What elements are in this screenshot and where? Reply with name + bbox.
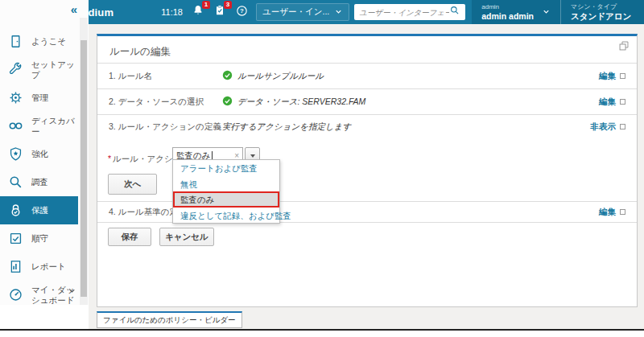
window-bottom-edge <box>0 329 644 331</box>
sidebar-item-label: ようこそ <box>31 36 78 47</box>
door-icon <box>8 34 23 49</box>
step-status-text: 実行するアクションを指定します <box>222 121 351 133</box>
check-circle-icon <box>222 70 233 82</box>
tasks-badge: 3 <box>224 1 232 9</box>
checkbox-icon <box>8 231 23 246</box>
sidebar-item-my-dashboards[interactable]: マイ・ダッシュボード <box>0 281 78 309</box>
sidebar-item-label: 順守 <box>31 233 78 244</box>
machine-type-value: スタンドアロン <box>571 11 631 21</box>
step-status: ルールサンプルルール <box>222 70 324 82</box>
edit-rule-criteria-link[interactable]: 編集 <box>599 207 625 218</box>
step-label: 1. ルール名 <box>109 71 222 82</box>
sidebar-item-label: 調査 <box>31 177 78 187</box>
svg-text:?: ? <box>240 7 244 14</box>
sidebar-item-label: ディスカバー <box>31 116 78 136</box>
hide-rule-action-link[interactable]: 非表示 <box>591 121 626 133</box>
step-label: 3. ルール・アクションの定義 <box>109 121 222 133</box>
sidebar-item-setup[interactable]: セットアップ <box>0 55 78 84</box>
popout-window-icon[interactable] <box>618 40 630 51</box>
ui-search-box <box>354 4 465 20</box>
sidebar-item-manage[interactable]: 管理 <box>0 84 78 112</box>
sidebar-item-harden[interactable]: 強化 <box>0 140 78 168</box>
sidebar-item-label: セットアップ <box>31 60 78 80</box>
chevron-down-icon <box>334 7 343 18</box>
dropdown-option-ignore[interactable]: 無視 <box>173 176 279 192</box>
panel-title: ルールの編集 <box>109 45 171 59</box>
step-status: データ・ソース: SERVER32.FAM <box>222 96 365 108</box>
save-button[interactable]: 保存 <box>108 228 151 246</box>
step-status: 実行するアクションを指定します <box>222 121 351 133</box>
edit-data-source-link[interactable]: 編集 <box>599 97 625 108</box>
sidebar-item-welcome[interactable]: ようこそ <box>0 27 78 55</box>
chevron-down-icon <box>542 5 551 19</box>
section-toggle-icon <box>620 124 625 129</box>
rule-action-dropdown-list: アラートおよび監査 無視 監査のみ 違反として記録、および監査 <box>172 159 280 224</box>
section-toggle-icon <box>620 99 625 105</box>
notifications-button[interactable]: 1 <box>192 4 204 20</box>
sidebar-scroll-down-chevron[interactable] <box>68 286 76 295</box>
rule-action-row: 3. ルール・アクションの定義 実行するアクションを指定します 非表示 <box>97 114 637 138</box>
step-status-text: ルールサンプルルール <box>237 71 324 82</box>
report-icon <box>8 259 23 274</box>
check-circle-icon <box>222 96 233 108</box>
content-area: ルールの編集 1. ルール名 ルールサンプルルール 編集 <box>89 24 644 329</box>
magnifier-icon <box>8 175 23 190</box>
sidebar-scrollbar-track[interactable] <box>80 18 88 305</box>
step-label: 2. データ・ソースの選択 <box>109 97 222 108</box>
action-link-label: 編集 <box>599 207 616 218</box>
dropdown-option-audit-only[interactable]: 監査のみ <box>173 191 279 208</box>
question-icon: ? <box>235 4 249 21</box>
user-name: admin admin <box>481 11 534 21</box>
sidebar-item-comply[interactable]: 順守 <box>0 224 78 253</box>
search-icon <box>449 5 460 19</box>
action-link-label: 非表示 <box>591 121 617 133</box>
gear-icon <box>8 90 23 105</box>
guardium-screen: IBM Guardium 11:18 1 3 ? <box>0 0 644 337</box>
machine-type-label: マシン・タイプ <box>571 3 631 10</box>
lock-icon <box>8 203 23 218</box>
clear-icon[interactable]: × <box>234 152 239 160</box>
rule-name-row: 1. ルール名 ルールサンプルルール 編集 <box>97 63 637 88</box>
edit-rule-name-link[interactable]: 編集 <box>599 71 625 82</box>
sidebar-item-reports[interactable]: レポート <box>0 253 78 281</box>
sidebar-item-label: 強化 <box>31 149 78 159</box>
dropdown-option-alert-and-audit[interactable]: アラートおよび監査 <box>173 160 279 176</box>
tab-policy-builder-for-files[interactable]: ファイルのためのポリシー・ビルダー <box>97 311 242 328</box>
sidebar-collapse-button[interactable]: « <box>71 2 77 16</box>
required-marker: * <box>108 154 111 163</box>
user-role-label: admin <box>481 3 534 10</box>
action-link-label: 編集 <box>599 71 616 82</box>
main-nav-sidebar: « ようこそ セットアップ 管理 <box>0 0 89 305</box>
cancel-button[interactable]: キャンセル <box>159 228 214 246</box>
sidebar-scrollbar-thumb[interactable] <box>80 40 87 297</box>
ui-nav-dropdown[interactable]: ユーザー・イン... <box>256 3 349 21</box>
sidebar-item-investigate[interactable]: 調査 <box>0 168 78 196</box>
section-toggle-icon <box>620 73 625 79</box>
notifications-badge: 1 <box>202 1 210 9</box>
sidebar-item-label: 管理 <box>31 92 78 103</box>
clock-text: 11:18 <box>161 7 183 17</box>
user-menu[interactable]: admin admin admin <box>472 0 560 24</box>
ui-nav-dropdown-label: ユーザー・イン... <box>262 6 329 18</box>
help-button[interactable]: ? <box>235 4 249 21</box>
shield-star-icon <box>8 146 23 162</box>
step-status-text: データ・ソース: SERVER32.FAM <box>237 97 365 108</box>
sidebar-item-label: 保護 <box>31 205 78 216</box>
sidebar-item-discover[interactable]: ディスカバー <box>0 112 78 140</box>
section-toggle-icon <box>620 209 625 215</box>
tasks-button[interactable]: 3 <box>213 4 226 20</box>
sidebar-item-protect[interactable]: 保護 <box>0 196 78 224</box>
dashboard-gauge-icon <box>8 287 23 302</box>
wrench-icon <box>8 62 23 77</box>
dropdown-option-log-violation-and-audit[interactable]: 違反として記録、および監査 <box>173 208 279 224</box>
action-link-label: 編集 <box>599 97 616 108</box>
machine-type-info: マシン・タイプ スタンドアロン <box>560 0 644 24</box>
sidebar-item-label: レポート <box>31 261 78 272</box>
binoculars-icon <box>8 118 23 134</box>
ui-search-input[interactable] <box>359 8 449 17</box>
data-source-row: 2. データ・ソースの選択 データ・ソース: SERVER32.FAM 編集 <box>97 88 637 114</box>
edit-rule-panel: ルールの編集 1. ルール名 ルールサンプルルール 編集 <box>97 34 638 307</box>
caret-down-icon <box>250 154 255 158</box>
next-button[interactable]: 次へ <box>108 174 157 195</box>
app-header: IBM Guardium 11:18 1 3 ? <box>0 0 644 24</box>
